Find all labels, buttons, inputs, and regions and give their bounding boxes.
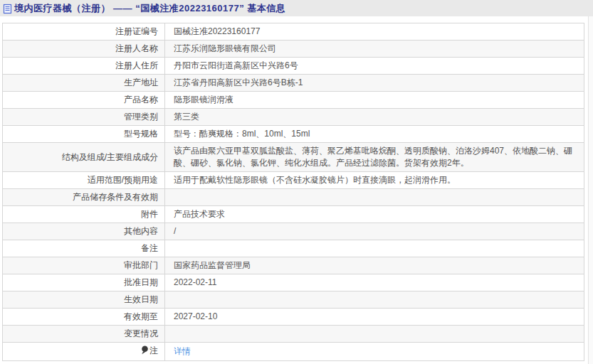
row-value: 该产品由聚六亚甲基双胍盐酸盐、薄荷、聚乙烯基吡咯烷酮、透明质酸钠、泊洛沙姆407… bbox=[165, 143, 584, 172]
row-value: 产品技术要求 bbox=[165, 206, 584, 223]
row-label: 有效期至 bbox=[3, 309, 165, 326]
row-value: 国家药品监督管理局 bbox=[165, 257, 584, 274]
row-label: 注册人住所 bbox=[3, 58, 165, 75]
row-value: 详情 bbox=[165, 343, 584, 361]
row-value: 2027-02-10 bbox=[165, 309, 584, 326]
row-label: 变更情况 bbox=[3, 326, 165, 343]
table-row: 审批部门 国家药品监督管理局 bbox=[3, 257, 584, 274]
row-value: 适用于配戴软性隐形眼镜（不含硅水凝胶镜片）时直接滴眼，起润滑作用。 bbox=[165, 172, 584, 189]
row-value bbox=[165, 326, 584, 343]
row-label: 附件 bbox=[3, 206, 165, 223]
table-row: 管理类别 第三类 bbox=[3, 109, 584, 126]
table-row: 附件 产品技术要求 bbox=[3, 206, 584, 223]
table-row: 有效期至 2027-02-10 bbox=[3, 309, 584, 326]
table-row: 注册人住所 丹阳市云阳街道高新区中兴路6号 bbox=[3, 58, 584, 75]
detail-link[interactable]: 详情 bbox=[174, 346, 191, 356]
table-row: 批准日期 2022-02-11 bbox=[3, 274, 584, 291]
row-label: 适用范围/预期用途 bbox=[3, 172, 165, 189]
row-label: 型号规格 bbox=[3, 126, 165, 143]
row-label: 批准日期 bbox=[3, 274, 165, 291]
row-value: 隐形眼镜润滑液 bbox=[165, 92, 584, 109]
row-label: 生效日期 bbox=[3, 291, 165, 309]
table-row: 生产地址 江苏省丹阳高新区中兴路6号B栋-1 bbox=[3, 75, 584, 92]
page-title: 境内医疗器械（注册） —— “国械注准20223160177” 基本信息 bbox=[14, 2, 285, 15]
row-value bbox=[165, 291, 584, 309]
table-row: 其他内容 / bbox=[3, 223, 584, 240]
page-header: 境内医疗器械（注册） —— “国械注准20223160177” 基本信息 bbox=[0, 0, 593, 16]
table-row: 适用范围/预期用途 适用于配戴软性隐形眼镜（不含硅水凝胶镜片）时直接滴眼，起润滑… bbox=[3, 172, 584, 189]
row-label: 结构及组成/主要组成成分 bbox=[3, 143, 165, 172]
registration-info-table: 注册证编号 国械注准20223160177 注册人名称 江苏乐润隐形眼镜有限公司… bbox=[2, 23, 584, 361]
row-label: 注 bbox=[3, 343, 165, 361]
row-value: 江苏乐润隐形眼镜有限公司 bbox=[165, 41, 584, 58]
row-value: 第三类 bbox=[165, 109, 584, 126]
row-value bbox=[165, 189, 584, 206]
row-value: 2022-02-11 bbox=[165, 274, 584, 291]
table-row: 备注 bbox=[3, 240, 584, 257]
scrollbar[interactable] bbox=[588, 16, 593, 364]
row-value: 江苏省丹阳高新区中兴路6号B栋-1 bbox=[165, 75, 584, 92]
row-label: 注册证编号 bbox=[3, 23, 165, 41]
table-row: 注册人名称 江苏乐润隐形眼镜有限公司 bbox=[3, 41, 584, 58]
row-label: 管理类别 bbox=[3, 109, 165, 126]
document-icon bbox=[3, 4, 12, 14]
table-row: 产品名称 隐形眼镜润滑液 bbox=[3, 92, 584, 109]
row-label: 产品储存条件及有效期 bbox=[3, 189, 165, 206]
row-value: 丹阳市云阳街道高新区中兴路6号 bbox=[165, 58, 584, 75]
row-label: 审批部门 bbox=[3, 257, 165, 274]
table-row: 产品储存条件及有效期 bbox=[3, 189, 584, 206]
row-label: 生产地址 bbox=[3, 75, 165, 92]
table-row: 注册证编号 国械注准20223160177 bbox=[3, 23, 584, 41]
table-row-note: 注 详情 bbox=[3, 343, 584, 361]
row-label: 注册人名称 bbox=[3, 41, 165, 58]
table-row: 型号规格 型号：酷爽规格：8ml、10ml、15ml bbox=[3, 126, 584, 143]
row-value: 国械注准20223160177 bbox=[165, 23, 584, 41]
row-value: / bbox=[165, 223, 584, 240]
note-label-text: 注 bbox=[149, 346, 158, 355]
row-value bbox=[165, 240, 584, 257]
row-label: 其他内容 bbox=[3, 223, 165, 240]
row-label: 产品名称 bbox=[3, 92, 165, 109]
table-row-composition: 结构及组成/主要组成成分 该产品由聚六亚甲基双胍盐酸盐、薄荷、聚乙烯基吡咯烷酮、… bbox=[3, 143, 584, 172]
note-pin-icon bbox=[141, 346, 149, 358]
table-row: 生效日期 bbox=[3, 291, 584, 309]
table-row: 变更情况 bbox=[3, 326, 584, 343]
row-value: 型号：酷爽规格：8ml、10ml、15ml bbox=[165, 126, 584, 143]
row-label: 备注 bbox=[3, 240, 165, 257]
